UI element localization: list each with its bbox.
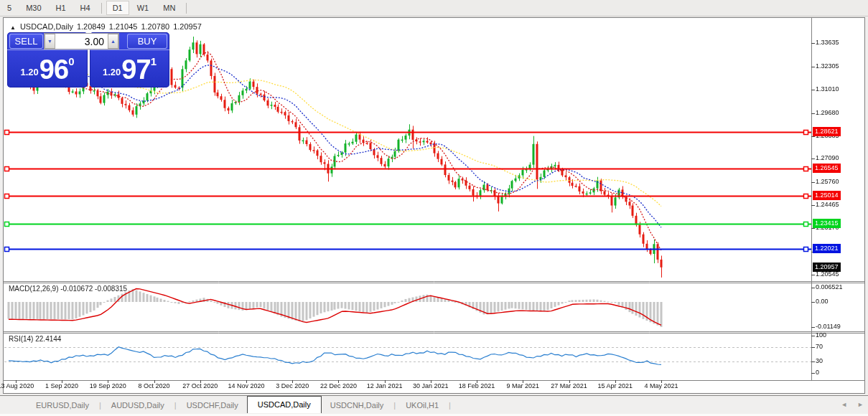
tab-scroll-controls: ◄ ► bbox=[841, 401, 864, 408]
tab-scroll-right-icon[interactable]: ► bbox=[857, 401, 864, 408]
bid-price-big: 96 bbox=[39, 54, 68, 85]
chart-tab-usdcnh[interactable]: USDCNH,Daily bbox=[322, 398, 393, 412]
chart-tab-usdchf[interactable]: USDCHF,Daily bbox=[178, 398, 247, 412]
chart-symbol-title: USDCAD,Daily bbox=[20, 22, 73, 31]
bid-price: 1.20 96 0 bbox=[7, 51, 88, 88]
toolbar-separator bbox=[186, 3, 187, 14]
timeframe-toolbar: 5M30H1H4D1W1MN bbox=[0, 0, 868, 16]
ask-price: 1.20 97 1 bbox=[90, 51, 169, 88]
ohlc-close: 1.20957 bbox=[173, 22, 202, 31]
buy-button[interactable]: BUY bbox=[127, 34, 167, 49]
timeframe-button-d1[interactable]: D1 bbox=[106, 1, 129, 15]
timeframe-button-m30[interactable]: M30 bbox=[19, 1, 47, 15]
mt4-window: 5M30H1H4D1W1MN ▲USDCAD,Daily1.208491.210… bbox=[0, 0, 868, 416]
toolbar-separator bbox=[101, 3, 102, 14]
bid-price-sup: 0 bbox=[68, 55, 74, 67]
tab-separator: | bbox=[393, 401, 396, 410]
volume-increase-button[interactable]: ▲ bbox=[108, 34, 118, 49]
ask-price-big: 97 bbox=[121, 54, 150, 85]
ask-price-prefix: 1.20 bbox=[103, 67, 121, 77]
volume-spinner: ▼ ▲ bbox=[44, 33, 119, 49]
tab-separator: | bbox=[449, 401, 451, 410]
ask-price-sup: 1 bbox=[151, 55, 157, 67]
chart-tab-usdcad[interactable]: USDCAD,Daily bbox=[247, 396, 322, 413]
sell-button[interactable]: SELL bbox=[9, 34, 43, 49]
timeframe-button-5[interactable]: 5 bbox=[1, 1, 18, 15]
tab-separator: | bbox=[99, 401, 101, 410]
chart-tab-bar: EURUSD,Daily|AUDUSD,Daily|USDCHF,DailyUS… bbox=[0, 395, 868, 414]
tab-scroll-left-icon[interactable]: ◄ bbox=[841, 401, 847, 408]
volume-input[interactable] bbox=[55, 34, 108, 49]
volume-decrease-button[interactable]: ▼ bbox=[45, 34, 55, 49]
ohlc-open: 1.20849 bbox=[77, 22, 106, 31]
tab-separator: | bbox=[174, 401, 177, 410]
timeframe-button-h1[interactable]: H1 bbox=[50, 1, 73, 15]
timeframe-button-h4[interactable]: H4 bbox=[74, 1, 97, 15]
chart-tab-eurusd[interactable]: EURUSD,Daily bbox=[27, 398, 98, 412]
symbol-arrow-icon: ▲ bbox=[10, 24, 16, 31]
timeframe-button-mn[interactable]: MN bbox=[157, 1, 182, 15]
one-click-trading-panel: SELL 1.20 96 0 BUY 1.20 97 1 ▼ ▲ bbox=[7, 32, 169, 88]
chart-tab-audusd[interactable]: AUDUSD,Daily bbox=[103, 398, 173, 412]
ohlc-high: 1.21045 bbox=[109, 22, 138, 31]
chart-ohlc-header: ▲USDCAD,Daily1.208491.210451.207801.2095… bbox=[10, 22, 205, 31]
timeframe-button-w1[interactable]: W1 bbox=[131, 1, 156, 15]
ohlc-low: 1.20780 bbox=[141, 22, 169, 31]
chart-tab-ukoil[interactable]: UKOil,H1 bbox=[397, 398, 447, 412]
bid-price-prefix: 1.20 bbox=[21, 67, 39, 77]
